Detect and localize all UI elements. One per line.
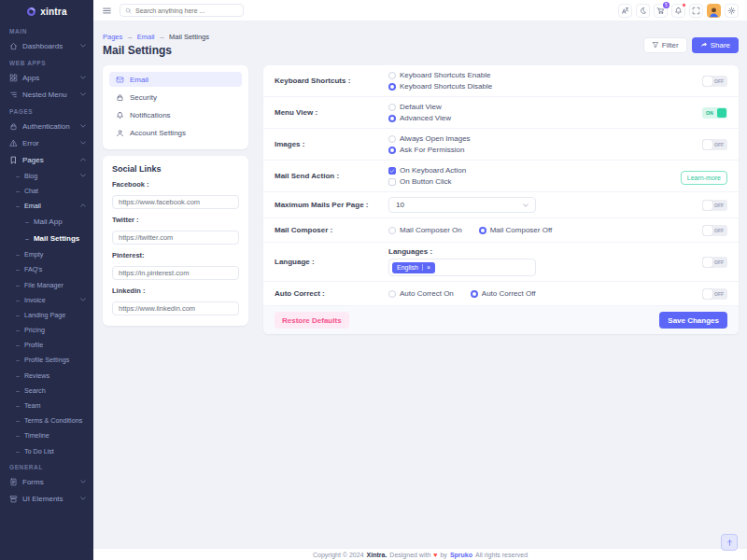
settings-row-control: Languages : English × [388,247,695,276]
sidebar-item-timeline[interactable]: –Timeline [0,428,93,443]
settings-row-label: Language : [275,258,388,266]
settings-nav-email[interactable]: Email [109,72,242,87]
sidebar-item-label: Blog [24,172,37,180]
dash-bullet: – [16,327,20,333]
footer-company-link[interactable]: Spruko [450,552,472,558]
social-field-input-linkedin[interactable] [112,301,239,315]
radio-option-keyboard-shortcuts-enable[interactable]: Keyboard Shortcuts Enable [388,70,695,80]
settings-switcher-button[interactable] [725,4,739,18]
radio-option-mail-composer-on[interactable]: Mail Composer On [388,225,462,235]
settings-row-control: Mail Composer On Mail Composer Off [388,225,695,235]
sidebar-item-nested-menu[interactable]: Nested Menu [0,86,93,103]
save-changes-button[interactable]: Save Changes [659,312,727,329]
sidebar-item-terms-conditions[interactable]: –Terms & Conditions [0,413,93,428]
language-tags-input[interactable]: English × [388,259,536,276]
sidebar-item-error[interactable]: Error [0,134,93,151]
radio-option-mail-composer-off[interactable]: Mail Composer Off [479,225,553,235]
sidebar-item-mail-settings[interactable]: –Mail Settings [0,231,93,247]
option-label: Keyboard Shortcuts Enable [400,70,490,80]
sidebar-item-dashboards[interactable]: Dashboards [0,37,93,54]
sidebar-item-invoice[interactable]: –Invoice [0,292,93,307]
hamburger-icon [102,6,112,16]
settings-nav-account-settings[interactable]: Account Settings [109,125,242,140]
sidebar-item-file-manager[interactable]: –File Manager [0,277,93,292]
sidebar-item-empty[interactable]: –Empty [0,247,93,262]
app-root: xintra MAINDashboardsWEB APPSAppsNested … [0,0,747,560]
sidebar-item-apps[interactable]: Apps [0,69,93,86]
sidebar-item-to-do-list[interactable]: –To Do List [0,443,93,458]
social-field-input-twitter[interactable] [112,231,239,245]
search-input[interactable] [135,7,238,14]
toggle-switch-on[interactable]: ON [702,107,727,119]
sidebar-item-profile[interactable]: –Profile [0,338,93,353]
breadcrumb-separator: → [126,33,134,41]
settings-row-label: Maximum Mails Per Page : [275,201,388,209]
sidebar-item-pages[interactable]: Pages [0,151,93,168]
sidebar-item-reviews[interactable]: –Reviews [0,368,93,383]
checkbox-option-on-keyboard-action[interactable]: On Keyboard Action [388,165,673,175]
sidebar-item-search[interactable]: –Search [0,383,93,398]
settings-row-right: OFF [702,225,727,236]
sidebar-item-team[interactable]: –Team [0,398,93,413]
radio-option-auto-correct-on[interactable]: Auto Correct On [388,288,454,299]
arrow-up-icon [726,539,734,547]
share-button[interactable]: Share [692,37,739,53]
sidebar-item-chat[interactable]: –Chat [0,183,93,198]
sidebar-item-pricing[interactable]: –Pricing [0,323,93,338]
radio-option-keyboard-shortcuts-disable[interactable]: Keyboard Shortcuts Disable [388,81,695,91]
sidebar-item-label: Profile Settings [24,356,69,364]
toggle-switch-off[interactable]: OFF [702,139,727,150]
sidebar-item-ui-elements[interactable]: UI Elements [0,490,93,507]
tag-english[interactable]: English × [392,262,435,273]
sidebar-item-mail-app[interactable]: –Mail App [0,214,93,231]
breadcrumb-link-pages[interactable]: Pages [103,33,122,41]
main-area: 5 [93,0,747,560]
user-avatar[interactable] [707,4,721,18]
sidebar-item-label: Authentication [22,122,70,131]
tag-close-icon[interactable]: × [422,264,430,271]
radio-option-auto-correct-off[interactable]: Auto Correct Off [471,288,536,299]
radio-option-always-open-images[interactable]: Always Open Images [388,133,695,144]
sidebar-item-forms[interactable]: Forms [0,473,93,490]
notifications-button[interactable] [671,4,685,18]
brand-logo[interactable]: xintra [0,0,93,22]
sidebar-item-blog[interactable]: –Blog [0,168,93,183]
restore-defaults-button[interactable]: Restore Defaults [275,312,349,329]
radio-option-ask-for-permission[interactable]: Ask For Permission [388,145,695,155]
select-value: 10 [396,201,404,209]
scroll-to-top-button[interactable] [721,534,738,551]
fullscreen-button[interactable] [689,4,703,18]
sidebar-item-label: Empty [24,250,43,259]
sidebar-item-landing-page[interactable]: –Landing Page [0,307,93,322]
learn-more-button[interactable]: Learn-more [681,171,727,185]
cart-button[interactable]: 5 [654,4,668,18]
toggle-switch-off[interactable]: OFF [702,200,727,211]
sidebar-item-authentication[interactable]: Authentication [0,118,93,134]
checkbox-option-on-button-click[interactable]: On Button Click [388,176,673,187]
sidebar-item-faq-s[interactable]: –FAQ's [0,262,93,277]
radio-icon [479,227,486,234]
settings-nav-notifications[interactable]: Notifications [109,107,242,122]
hamburger-menu-button[interactable] [102,6,112,16]
settings-nav-security[interactable]: Security [109,90,242,105]
chevron-down-icon [80,124,86,128]
dark-mode-button[interactable] [636,4,650,18]
dash-bullet: – [16,297,20,303]
social-field-input-pinterest[interactable] [112,266,239,280]
toggle-switch-off[interactable]: OFF [702,225,727,236]
filter-button[interactable]: Filter [643,37,687,53]
sidebar-item-profile-settings[interactable]: –Profile Settings [0,353,93,368]
breadcrumb-link-email[interactable]: Email [137,33,155,41]
sidebar-section-label: GENERAL [0,458,93,473]
toggle-switch-off[interactable]: OFF [702,257,727,268]
radio-option-default-view[interactable]: Default View [388,102,695,112]
translate-button[interactable] [618,4,632,18]
social-field-input-facebook[interactable] [112,195,239,209]
sidebar-item-email[interactable]: –Email [0,198,93,213]
topbar: 5 [93,0,747,21]
select-maximum-mails-per-page[interactable]: 10 [388,197,536,213]
radio-option-advanced-view[interactable]: Advanced View [388,113,695,123]
toggle-switch-off[interactable]: OFF [702,288,727,300]
search-box[interactable] [120,4,244,17]
toggle-switch-off[interactable]: OFF [702,76,727,87]
